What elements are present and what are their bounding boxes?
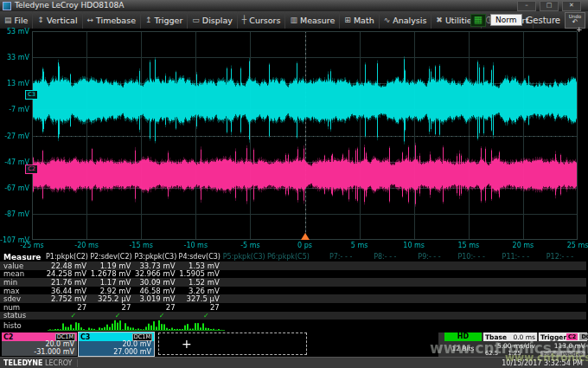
measure-column-header[interactable]: P11:- - - <box>489 253 533 261</box>
x-axis-label: 0 ps <box>297 242 312 249</box>
menu-item-timebase[interactable]: ↔Timebase <box>83 11 141 29</box>
undo-arrow-icon: ↶ <box>566 19 585 25</box>
maximize-button[interactable]: □ <box>540 1 559 11</box>
x-axis-label: 20 ms <box>513 242 534 249</box>
x-axis-label: -25 ms <box>20 242 44 249</box>
menu-item-analysis[interactable]: ∿Analysis <box>380 11 432 29</box>
close-button[interactable]: ✕ <box>562 1 581 11</box>
channel-id: C2 <box>3 333 13 341</box>
x-axis-label: -10 ms <box>184 242 208 249</box>
measure-column-header[interactable]: P10:- - - <box>444 253 489 261</box>
channel-marker-c2[interactable]: C2 <box>25 165 38 174</box>
measure-row-label: histo <box>0 321 46 330</box>
x-axis-label: -20 ms <box>74 242 99 249</box>
add-channel-box[interactable]: + <box>158 332 307 355</box>
menu-items: ▤File↕Vertical↔Timebase↥Trigger▭Display┼… <box>0 11 534 29</box>
measure-header-row: MeasureP1:pkpk(C2)P2:sdev(C2)P3:pkpk(C3)… <box>0 252 586 261</box>
measure-column-header[interactable]: P5:pkpk(C3) <box>223 253 267 261</box>
menu-item-display[interactable]: ▭Display <box>188 11 238 29</box>
menu-item-measure[interactable]: ▥Measure <box>285 11 340 29</box>
y-axis-label: -27 mV <box>0 132 29 139</box>
menu-item-label: Measure <box>300 16 335 25</box>
grid-layout-icon[interactable]: ▦ <box>470 14 486 27</box>
norm-button[interactable]: Norm <box>490 14 522 26</box>
measure-cell: 325.2 µV <box>90 294 134 303</box>
channel-offset: 27.000 mV <box>79 349 154 357</box>
channel-marker-c3[interactable]: C3 <box>25 90 38 100</box>
waveform-canvas[interactable] <box>32 31 578 240</box>
menu-item-math[interactable]: ⊞Math <box>340 11 379 29</box>
channel-box-c2[interactable]: C2DC1M20.0 mV-31.000 mV <box>2 332 77 356</box>
measure-cell: 36.44 mV <box>46 287 90 295</box>
trigger-label: Trigger <box>540 333 566 341</box>
menu-bar: ▤File↕Vertical↔Timebase↥Trigger▭Display┼… <box>0 11 588 29</box>
measure-column-header[interactable]: P4:sdev(C3) <box>179 253 223 261</box>
trigger-time-marker[interactable] <box>301 233 310 240</box>
y-axis-label: -87 mV <box>0 210 29 217</box>
window-controls: – □ ✕ <box>517 1 581 11</box>
measure-cell: 24.258 mV <box>46 269 90 278</box>
measure-cell: 2.92 mV <box>90 287 134 295</box>
measure-column-header[interactable]: P12:- - - <box>533 253 577 261</box>
trigger-chips: C2 DC <box>566 333 588 340</box>
measure-row-label: num <box>0 303 46 312</box>
y-axis-label: 33 mV <box>0 54 29 61</box>
measure-cell: 30.09 mV <box>134 278 178 287</box>
measure-column-header[interactable]: P3:pkpk(C3) <box>134 253 178 261</box>
menu-item-trigger[interactable]: ↥Trigger <box>141 11 188 29</box>
brand-lecroy: LECROY <box>45 359 72 367</box>
measure-ruler-icon: ▥ <box>290 16 297 24</box>
trigger-level-marker[interactable]: + <box>576 25 583 34</box>
hd-mode-box[interactable]: HD 12 Bits <box>444 332 482 356</box>
measure-row-label: mean <box>0 269 46 278</box>
measure-cell: 27 <box>46 303 90 312</box>
measure-cell: 22.48 mV <box>46 261 90 270</box>
x-axis-label: 5 ms <box>351 242 368 249</box>
channel-body: 20.0 mV-31.000 mV <box>2 341 77 356</box>
measure-column-header[interactable]: P7:- - - <box>311 253 355 261</box>
measure-row-value: value22.48 mV1.19 mV33.73 mV1.53 mV <box>0 261 586 270</box>
menu-item-vertical[interactable]: ↕Vertical <box>33 11 82 29</box>
status-check-icon: ✓ <box>134 312 178 320</box>
measure-cell: 21.76 mV <box>46 278 90 287</box>
measure-cell: 27 <box>179 303 223 312</box>
file-icon: ▤ <box>4 16 12 24</box>
measure-column-header[interactable]: P1:pkpk(C2) <box>46 253 90 261</box>
timestamp: 10/15/2017 3:32:54 PM <box>502 359 588 367</box>
menu-item-label: File <box>15 16 29 25</box>
measure-column-header[interactable]: P2:sdev(C2) <box>90 253 134 261</box>
menu-item-cursors[interactable]: ┼Cursors <box>238 11 286 29</box>
hd-label: HD <box>444 332 482 341</box>
measure-row-label: max <box>0 287 46 295</box>
measure-column-header[interactable]: P6:pkpk(C5) <box>267 253 311 261</box>
menu-item-label: Trigger <box>155 16 183 25</box>
menu-item-label: Timebase <box>96 16 136 25</box>
measure-cell: 46.58 mV <box>134 287 178 295</box>
measure-column-header[interactable]: P9:- - - <box>400 253 444 261</box>
hd-bits: 12 Bits <box>444 341 482 352</box>
channel-box-c3[interactable]: C3DC1M20.0 mV27.000 mV <box>79 332 154 356</box>
menu-item-label: Analysis <box>393 16 426 25</box>
menu-item-file[interactable]: ▤File <box>0 11 33 29</box>
display-icon: ▭ <box>192 16 200 24</box>
measure-cell: 1.2678 mV <box>90 269 134 278</box>
trigger-box[interactable]: Trigger C2 DC 113.0 mV Edge Positive <box>539 332 587 356</box>
measure-row-mean: mean24.258 mV1.2678 mV32.966 mV1.5905 mV <box>0 270 586 279</box>
timebase-box[interactable]: Tbase 0.0 ms 5.00 ms/div 62.5 MS 1.25 GS… <box>483 332 537 356</box>
horizontal-arrows-icon: ↔ <box>87 16 94 24</box>
minimize-button[interactable]: – <box>517 1 536 11</box>
channel-id: C3 <box>80 333 90 341</box>
measure-cell: 1.52 mV <box>179 278 223 287</box>
gesture-button[interactable]: Gesture <box>527 16 560 25</box>
add-channel-plus-icon: + <box>182 337 192 351</box>
measure-row-label: sdev <box>0 294 46 303</box>
measure-column-header[interactable]: P8:- - - <box>355 253 399 261</box>
footer-divider <box>77 359 78 367</box>
utilities-tools-icon: ✖ <box>436 16 443 24</box>
measure-cell: 1.5905 mV <box>179 269 223 278</box>
timebase-label: Tbase <box>485 333 507 341</box>
measure-table: MeasureP1:pkpk(C2)P2:sdev(C2)P3:pkpk(C3)… <box>0 252 586 332</box>
timebase-header: Tbase 0.0 ms <box>483 332 537 341</box>
app-logo-icon <box>3 2 11 10</box>
trigger-source-badge: C2 <box>566 333 578 340</box>
